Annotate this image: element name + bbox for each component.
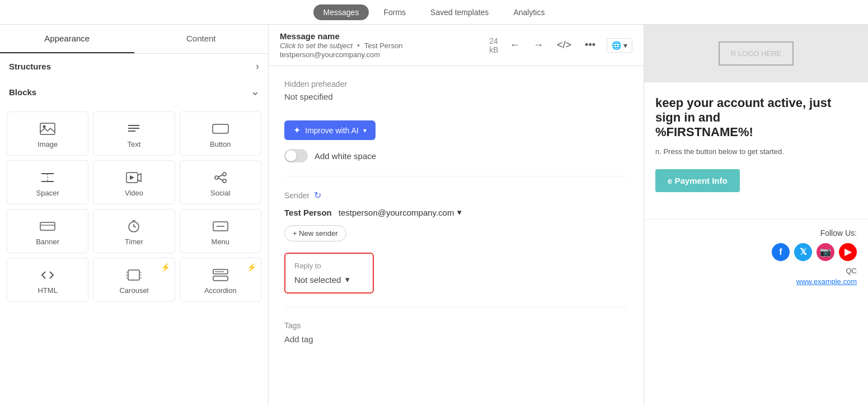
block-html[interactable]: HTML <box>7 258 88 302</box>
instagram-icon: 📷 <box>817 243 834 261</box>
click-to-set-subject[interactable]: Click to set the subject <box>280 41 353 50</box>
tab-analytics[interactable]: Analytics <box>503 4 555 20</box>
center-body: Hidden preheader Not specified ✦ Improve… <box>269 66 644 405</box>
banner-icon <box>39 220 57 233</box>
menu-icon <box>212 220 229 233</box>
white-space-toggle[interactable] <box>284 149 308 162</box>
preview-body-text: n. Press the button below to get started… <box>655 146 857 158</box>
structures-label: Structures <box>9 62 51 71</box>
twitter-icon: 𝕏 <box>794 243 812 261</box>
white-space-toggle-row: Add white space <box>284 149 628 162</box>
block-spacer-label: Spacer <box>36 189 59 197</box>
block-spacer[interactable]: Spacer <box>7 160 88 204</box>
blocks-chevron: ⌄ <box>251 86 259 98</box>
top-navigation: Messages Forms Saved templates Analytics <box>0 0 868 25</box>
block-accordion-label: Accordion <box>204 286 237 295</box>
hidden-preheader-value: Not specified <box>284 92 628 101</box>
block-menu-label: Menu <box>212 238 230 246</box>
block-text[interactable]: Text <box>93 111 175 156</box>
video-icon <box>125 171 143 184</box>
logo-placeholder: R LOGO HERE <box>719 41 794 66</box>
follow-us-label: Follow Us: <box>655 229 857 238</box>
ai-icon: ✦ <box>293 125 301 136</box>
improve-dropdown-arrow: ▾ <box>363 127 367 134</box>
block-social-label: Social <box>210 189 230 197</box>
preview-website-link[interactable]: www.example.com <box>655 277 857 286</box>
svg-line-14 <box>218 175 223 177</box>
tab-appearance[interactable]: Appearance <box>0 25 134 53</box>
svg-rect-0 <box>40 123 55 134</box>
main-layout: Appearance Content Structures › Blocks ⌄ <box>0 25 868 405</box>
code-button[interactable]: </> <box>555 37 574 53</box>
svg-rect-5 <box>213 124 228 133</box>
block-banner[interactable]: Banner <box>7 209 88 253</box>
sidebar-content: Structures › Blocks ⌄ Image <box>0 54 268 405</box>
center-header: Message name Click to set the subject • … <box>269 25 644 66</box>
preview-headline-text: keep your account active, just sign in a… <box>655 96 831 124</box>
tab-forms[interactable]: Forms <box>373 4 416 20</box>
block-button[interactable]: Button <box>180 111 261 156</box>
preview-location: QC <box>655 267 857 275</box>
preview-headline: keep your account active, just sign in a… <box>655 96 857 139</box>
add-tag-value[interactable]: Add tag <box>284 334 628 344</box>
block-carousel-label: Carousel <box>119 286 148 295</box>
blocks-section-header[interactable]: Blocks ⌄ <box>0 79 268 105</box>
undo-button[interactable]: ← <box>508 37 522 53</box>
blocks-grid: Image Text Button <box>0 105 268 309</box>
accordion-icon <box>212 268 229 282</box>
block-html-label: HTML <box>37 286 57 295</box>
language-button[interactable]: 🌐 ▾ <box>607 38 632 53</box>
block-carousel[interactable]: ⚡ Carousel <box>93 258 175 302</box>
block-button-label: Button <box>210 140 231 148</box>
carousel-icon <box>125 268 143 282</box>
button-icon <box>212 122 229 136</box>
header-right: 24 kB ← → </> ••• 🌐 ▾ <box>489 36 632 54</box>
dot-separator: • <box>357 41 360 50</box>
block-video[interactable]: Video <box>93 160 175 204</box>
sender-email-dropdown[interactable]: testperson@yourcompany.com ▾ <box>339 207 462 217</box>
tab-saved-templates[interactable]: Saved templates <box>420 4 499 20</box>
sender-label-text: Sender <box>284 191 309 200</box>
sender-name: Test Person <box>284 208 332 217</box>
structures-section-header[interactable]: Structures › <box>0 54 268 79</box>
structures-chevron: › <box>256 60 259 72</box>
block-banner-label: Banner <box>36 238 59 246</box>
new-sender-button[interactable]: + New sender <box>284 225 346 241</box>
block-timer-label: Timer <box>125 238 143 246</box>
tab-messages[interactable]: Messages <box>313 4 369 20</box>
block-image-label: Image <box>37 140 58 148</box>
html-icon <box>39 268 57 282</box>
globe-icon: 🌐 <box>612 41 621 50</box>
image-icon <box>39 122 57 136</box>
message-name-section: Message name Click to set the subject • … <box>280 31 489 59</box>
improve-with-ai-button[interactable]: ✦ Improve with AI ▾ <box>284 120 376 140</box>
block-menu[interactable]: Menu <box>180 209 261 253</box>
redo-button[interactable]: → <box>531 37 546 53</box>
center-panel: Message name Click to set the subject • … <box>269 25 644 405</box>
carousel-badge: ⚡ <box>161 263 170 272</box>
social-icons-row: f 𝕏 📷 ▶ <box>655 243 857 261</box>
preview-logo-area: R LOGO HERE <box>644 25 868 82</box>
block-text-label: Text <box>128 140 141 148</box>
block-image[interactable]: Image <box>7 111 88 156</box>
block-video-label: Video <box>125 189 143 197</box>
block-social[interactable]: Social <box>180 160 261 204</box>
block-accordion[interactable]: ⚡ Accordion <box>180 258 261 302</box>
refresh-icon[interactable]: ↻ <box>314 190 321 201</box>
social-icon <box>212 171 229 184</box>
preview-email: R LOGO HERE keep your account active, ju… <box>644 25 868 405</box>
text-icon <box>125 122 143 136</box>
file-size-label: 24 kB <box>489 36 499 54</box>
reply-to-box[interactable]: Reply to Not selected ▾ <box>284 253 374 294</box>
svg-point-11 <box>223 173 226 176</box>
accordion-badge: ⚡ <box>247 263 256 272</box>
preview-payment-btn: e Payment Info <box>655 169 740 192</box>
preview-body: keep your account active, just sign in a… <box>644 82 868 219</box>
sender-section: Sender ↻ Test Person testperson@yourcomp… <box>284 190 628 253</box>
globe-dropdown-arrow: ▾ <box>623 41 627 50</box>
hidden-preheader-label: Hidden preheader <box>284 80 628 89</box>
more-options-button[interactable]: ••• <box>583 37 598 53</box>
tab-content[interactable]: Content <box>134 25 269 53</box>
block-timer[interactable]: Timer <box>93 209 175 253</box>
white-space-label: Add white space <box>315 151 376 161</box>
